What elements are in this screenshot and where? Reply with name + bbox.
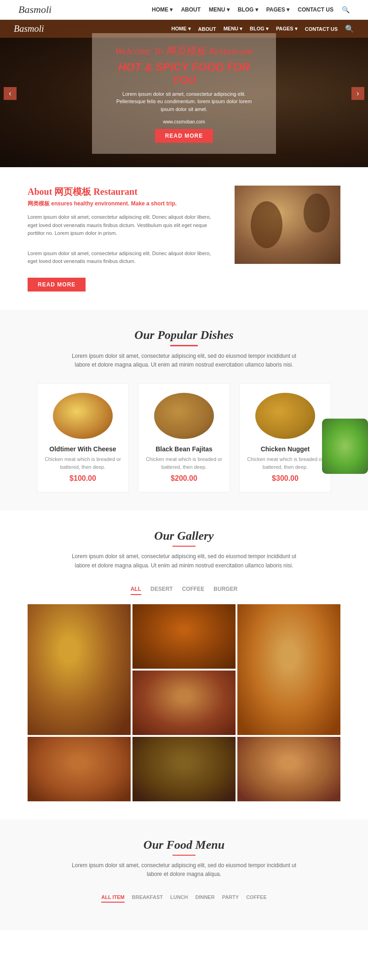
- food-menu-section: Our Food Menu Lorem ipsum dolor sit amet…: [0, 820, 368, 930]
- dish-price-0: $100.00: [45, 474, 121, 483]
- gallery-item-4[interactable]: [132, 671, 236, 735]
- dish-card-2: Chicken Nugget Chicken meat which is bre…: [239, 383, 331, 492]
- menu-description: Lorem ipsum dolor sit amet, consectetur …: [69, 861, 299, 879]
- hero-url: www.cssmoban.com: [110, 119, 258, 124]
- about-para2: Lorem ipsum dolor sit amet, consectetur …: [28, 250, 221, 266]
- dishes-section: Our Popular Dishes Lorem ipsum dolor sit…: [0, 310, 368, 511]
- menu-title: Our Food Menu: [28, 838, 340, 852]
- hero-search-icon[interactable]: 🔍: [345, 24, 354, 33]
- dish-card-1: Black Bean Fajitas Chicken meat which is…: [138, 383, 230, 492]
- gallery-item-2[interactable]: [132, 604, 236, 669]
- dish-desc-1: Chicken meat which is breaded or battere…: [146, 455, 222, 471]
- gallery-tab-burger[interactable]: BURGER: [213, 584, 237, 595]
- gallery-tab-desert[interactable]: DESERT: [150, 584, 173, 595]
- about-para1: Lorem ipsum dolor sit amet, consectetur …: [28, 213, 221, 238]
- dish-price-2: $300.00: [247, 474, 323, 483]
- dish-card-0: Oldtimer With Cheese Chicken meat which …: [37, 383, 129, 492]
- dish-image-2: [255, 393, 315, 439]
- about-text: About 网页模板 Restaurant 网类模板 ensures healt…: [28, 186, 221, 292]
- hero-nav-blog[interactable]: BLOG ▾: [250, 26, 269, 32]
- dishes-divider: [170, 345, 198, 346]
- gallery-tabs: ALL DESERT COFFEE BURGER: [28, 584, 340, 595]
- top-logo[interactable]: Basmoli: [18, 4, 52, 16]
- hero-nav-menu[interactable]: MENU ▾: [224, 26, 242, 32]
- about-cta-button[interactable]: READ MORE: [28, 278, 86, 292]
- nav-blog-link[interactable]: BLOG ▾: [238, 6, 258, 13]
- hero-welcome: Welcome To 网页模板 Restaurant: [110, 44, 258, 58]
- hero-cta-button[interactable]: READ MORE: [155, 129, 213, 143]
- dish-desc-2: Chicken meat which is breaded or battere…: [247, 455, 323, 471]
- hero-logo[interactable]: Basmoli: [14, 23, 44, 34]
- dish-name-2: Chicken Nugget: [247, 445, 323, 453]
- hero-nav-contact[interactable]: CONTACT US: [305, 26, 338, 32]
- about-title: About 网页模板 Restaurant: [28, 186, 221, 198]
- about-section: About 网页模板 Restaurant 网类模板 ensures healt…: [0, 167, 368, 310]
- gallery-item-7[interactable]: [237, 737, 340, 801]
- dish-desc-0: Chicken meat which is breaded or battere…: [45, 455, 121, 471]
- dish-price-1: $200.00: [146, 474, 222, 483]
- hero-content: Welcome To 网页模板 Restaurant HOT & SPICY F…: [92, 33, 276, 154]
- hero-nav-pages[interactable]: PAGES ▾: [276, 26, 298, 32]
- hero-nav-links: HOME ▾ ABOUT MENU ▾ BLOG ▾ PAGES ▾ CONTA…: [171, 24, 354, 33]
- gallery-item-6[interactable]: [132, 737, 236, 801]
- about-subtitle: 网类模板 ensures healthy environment. Make a…: [28, 200, 221, 208]
- menu-tab-party[interactable]: PARTY: [222, 892, 239, 903]
- gallery-item-1[interactable]: [28, 604, 131, 735]
- dishes-description: Lorem ipsum dolor sit amet, consectetur …: [69, 352, 299, 369]
- top-navigation: Basmoli HOME ▾ ABOUT MENU ▾ BLOG ▾ PAGES…: [0, 0, 368, 20]
- nav-pages-link[interactable]: PAGES ▾: [266, 6, 289, 13]
- menu-tab-lunch[interactable]: LUNCH: [170, 892, 188, 903]
- about-image: [235, 186, 340, 264]
- dish-decoration: [322, 419, 368, 474]
- gallery-divider: [172, 546, 196, 547]
- dishes-grid: Oldtimer With Cheese Chicken meat which …: [28, 383, 340, 492]
- dish-name-0: Oldtimer With Cheese: [45, 445, 121, 453]
- menu-tabs: ALL ITEM BREAKFAST LUNCH DINNER PARTY CO…: [28, 892, 340, 903]
- search-icon[interactable]: 🔍: [342, 6, 350, 13]
- gallery-tab-all[interactable]: ALL: [131, 584, 141, 595]
- hero-prev-button[interactable]: ‹: [4, 87, 17, 100]
- gallery-grid: [28, 604, 340, 801]
- menu-tab-all[interactable]: ALL ITEM: [101, 892, 125, 903]
- menu-tab-breakfast[interactable]: BREAKFAST: [132, 892, 163, 903]
- nav-contact-link[interactable]: CONTACT US: [298, 6, 334, 13]
- nav-home-link[interactable]: HOME ▾: [152, 6, 172, 13]
- dishes-title: Our Popular Dishes: [28, 328, 340, 342]
- menu-divider: [172, 855, 196, 856]
- hero-description: Lorem ipsum dolor sit amet, consectetur …: [110, 90, 258, 113]
- about-photo: [235, 186, 340, 264]
- dish-name-1: Black Bean Fajitas: [146, 445, 222, 453]
- gallery-tab-coffee[interactable]: COFFEE: [182, 584, 205, 595]
- gallery-description: Lorem ipsum dolor sit amet, consectetur …: [69, 552, 299, 570]
- nav-about-link[interactable]: ABOUT: [181, 6, 201, 13]
- hero-nav-home[interactable]: HOME ▾: [171, 26, 190, 32]
- menu-tab-dinner[interactable]: DINNER: [195, 892, 214, 903]
- hero-section: Basmoli HOME ▾ ABOUT MENU ▾ BLOG ▾ PAGES…: [0, 20, 368, 167]
- dish-image-1: [154, 393, 214, 439]
- nav-menu-link[interactable]: MENU ▾: [209, 6, 230, 13]
- gallery-section: Our Gallery Lorem ipsum dolor sit amet, …: [0, 511, 368, 819]
- gallery-item-5[interactable]: [28, 737, 131, 801]
- gallery-item-3[interactable]: [237, 604, 340, 735]
- gallery-title: Our Gallery: [28, 529, 340, 543]
- hero-tagline: HOT & SPICY FOOD FOR YOU: [110, 61, 258, 87]
- top-nav-links: HOME ▾ ABOUT MENU ▾ BLOG ▾ PAGES ▾ CONTA…: [152, 6, 350, 13]
- dish-image-0: [53, 393, 113, 439]
- hero-next-button[interactable]: ›: [351, 87, 364, 100]
- hero-nav-about[interactable]: ABOUT: [198, 26, 216, 32]
- menu-tab-coffee[interactable]: COFFEE: [246, 892, 267, 903]
